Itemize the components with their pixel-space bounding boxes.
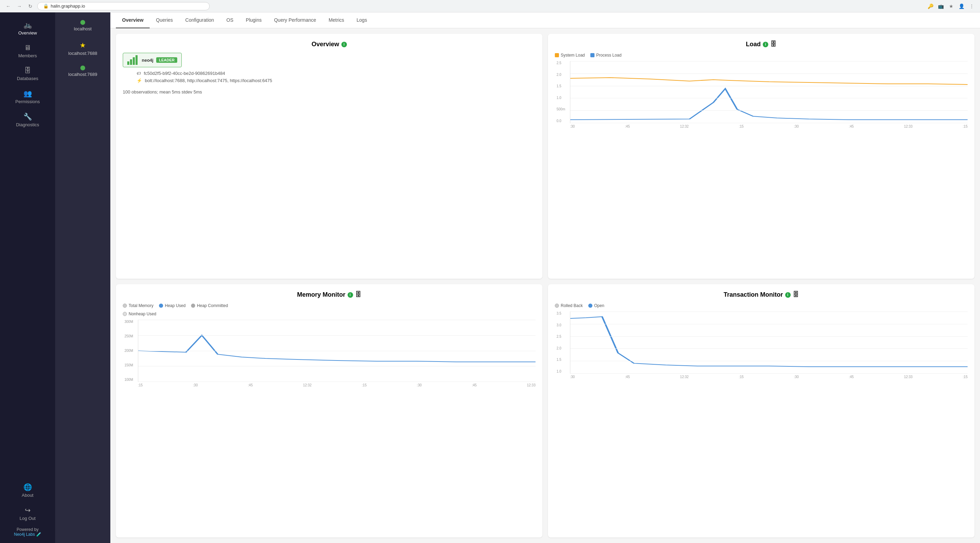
server-info: 🏷 fc50d2f5-b9f2-40cc-be2d-90862691b484 ⚡… <box>137 71 536 83</box>
tab-os[interactable]: OS <box>220 13 240 28</box>
mem-grid-0 <box>138 320 536 320</box>
transaction-info-icon[interactable]: i <box>785 292 791 298</box>
browser-bar: ← → ↻ 🔒 halin.graphapp.io 🔑 📺 ★ 👤 ⋮ <box>0 0 980 13</box>
transaction-card-title: Transaction Monitor i 🗄 <box>555 291 967 298</box>
load-chart-svg <box>570 61 967 123</box>
system-load-label: System Load <box>561 53 585 57</box>
forward-button[interactable]: → <box>15 2 24 10</box>
legend-nonheap: Nonheap Used <box>123 312 156 316</box>
server-dot-localhost <box>80 20 85 25</box>
tab-query-performance[interactable]: Query Performance <box>268 13 322 28</box>
dashboard: Overview i neo4j LEADE <box>110 28 980 543</box>
server-dot-7689 <box>80 65 85 70</box>
grid-line-0 <box>570 61 967 61</box>
memory-info-icon[interactable]: i <box>348 292 353 298</box>
memory-y-labels: 300M250M200M150M100M <box>124 320 133 382</box>
profile-icon[interactable]: 👤 <box>957 2 966 10</box>
leader-badge: LEADER <box>156 57 177 63</box>
legend-total-memory: Total Memory <box>123 303 153 308</box>
tx-grid-4 <box>570 361 967 361</box>
open-dot <box>588 304 592 308</box>
about-icon: 🌐 <box>24 483 32 491</box>
back-button[interactable]: ← <box>4 2 13 10</box>
observations-text: 100 observations; mean 5ms stdev 5ms <box>123 89 536 94</box>
legend-system-load: System Load <box>555 53 585 57</box>
memory-legend-2: Nonheap Used <box>123 312 536 316</box>
process-load-dot <box>590 53 595 57</box>
sidebar-item-logout[interactable]: ↪ Log Out <box>0 502 55 525</box>
sidebar-item-permissions[interactable]: 👥 Permissions <box>0 85 55 108</box>
rolled-back-label: Rolled Back <box>561 303 583 308</box>
total-memory-dot <box>123 304 127 308</box>
system-load-line <box>570 78 967 84</box>
load-y-labels: 2.52.01.51.0500m0.0 <box>557 61 565 123</box>
key-icon: 🔑 <box>926 2 934 10</box>
sidebar-label-databases: Databases <box>17 76 38 81</box>
transaction-chart-area: 3.53.02.52.01.51.0 <box>570 312 967 374</box>
refresh-button[interactable]: ↻ <box>26 2 35 10</box>
server-label-localhost: localhost <box>74 26 91 32</box>
sidebar-label-overview: Overview <box>18 30 37 35</box>
tab-plugins[interactable]: Plugins <box>240 13 268 28</box>
server-item-localhost[interactable]: localhost <box>55 15 110 36</box>
transaction-legend: Rolled Back Open <box>555 303 967 308</box>
logout-icon: ↪ <box>25 506 31 514</box>
memory-card-title: Memory Monitor i 🗄 <box>123 291 536 298</box>
tab-configuration[interactable]: Configuration <box>179 13 220 28</box>
mem-grid-2 <box>138 351 536 351</box>
overview-info-icon[interactable]: i <box>341 42 347 47</box>
lock-icon: 🔒 <box>43 3 49 9</box>
load-card: Load i 🗄 System Load Process Load <box>548 34 974 279</box>
server-badge: neo4j LEADER <box>123 53 182 67</box>
transaction-x-labels: :30:4512:32:15:30:4512:33:15 <box>570 375 967 379</box>
load-db-icon: 🗄 <box>770 41 776 48</box>
tx-grid-2 <box>570 336 967 337</box>
permissions-icon: 👥 <box>24 89 32 98</box>
sidebar-label-members: Members <box>18 53 37 58</box>
hash-value: fc50d2f5-b9f2-40cc-be2d-90862691b484 <box>144 71 225 76</box>
sidebar-item-databases[interactable]: 🗄 Databases <box>0 62 55 85</box>
legend-rolled-back: Rolled Back <box>555 303 583 308</box>
star-icon-7688: ★ <box>80 41 86 49</box>
tx-grid-0 <box>570 312 967 312</box>
grid-line-1 <box>570 73 967 74</box>
tab-queries[interactable]: Queries <box>150 13 179 28</box>
bolt-urls: bolt://localhost:7688, http://localhost:… <box>145 78 272 83</box>
system-load-dot <box>555 53 559 57</box>
load-x-labels: :30:4512:32:15:30:4512:33:15 <box>570 124 967 128</box>
main-content: Overview Queries Configuration OS Plugin… <box>110 13 980 543</box>
sidebar-item-members[interactable]: 🖥 Members <box>0 40 55 62</box>
load-info-icon[interactable]: i <box>763 42 768 47</box>
legend-heap-used: Heap Used <box>159 303 186 308</box>
tx-grid-5 <box>570 373 967 374</box>
server-item-localhost7688[interactable]: ★ localhost:7688 <box>55 36 110 61</box>
nonheap-dot <box>123 312 127 316</box>
transaction-card: Transaction Monitor i 🗄 Rolled Back Open <box>548 284 974 537</box>
url-bar[interactable]: 🔒 halin.graphapp.io <box>37 2 210 10</box>
tag-icon: 🏷 <box>137 71 141 76</box>
sidebar-item-overview[interactable]: 🚲 Overview <box>0 17 55 40</box>
cast-icon: 📺 <box>937 2 945 10</box>
tab-logs[interactable]: Logs <box>350 13 373 28</box>
hash-row: 🏷 fc50d2f5-b9f2-40cc-be2d-90862691b484 <box>137 71 536 76</box>
sidebar-label-diagnostics: Diagnostics <box>16 122 39 127</box>
bookmark-icon[interactable]: ★ <box>947 2 955 10</box>
load-chart-area: 2.52.01.51.0500m0.0 <box>570 61 967 123</box>
overview-card-title: Overview i <box>123 41 536 48</box>
memory-legend: Total Memory Heap Used Heap Committed <box>123 303 536 308</box>
total-memory-label: Total Memory <box>129 303 153 308</box>
overview-card: Overview i neo4j LEADE <box>116 34 542 279</box>
tab-metrics[interactable]: Metrics <box>322 13 350 28</box>
neo4j-labs-link[interactable]: Neo4j Labs 🧪 <box>14 532 41 537</box>
menu-icon[interactable]: ⋮ <box>967 2 976 10</box>
server-item-localhost7689[interactable]: localhost:7689 <box>55 61 110 82</box>
legend-heap-committed: Heap Committed <box>191 303 228 308</box>
sidebar-item-diagnostics[interactable]: 🔧 Diagnostics <box>0 108 55 131</box>
heap-used-dot <box>159 304 163 308</box>
mem-grid-1 <box>138 335 536 336</box>
process-load-label: Process Load <box>596 53 621 57</box>
sidebar-item-about[interactable]: 🌐 About <box>0 479 55 502</box>
tab-overview[interactable]: Overview <box>116 13 150 28</box>
grid-line-5 <box>570 123 967 123</box>
diagnostics-icon: 🔧 <box>24 113 32 121</box>
